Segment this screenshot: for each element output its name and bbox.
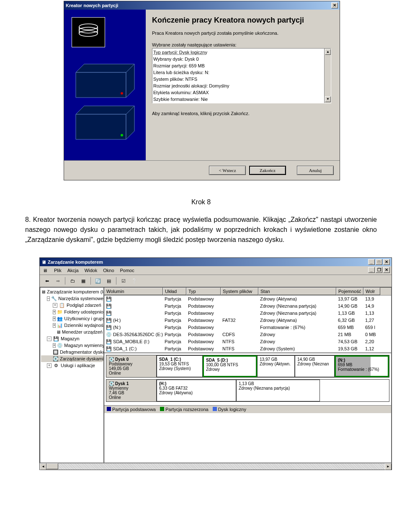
maximize-button[interactable]: □ (376, 259, 382, 265)
close-button[interactable]: ✕ (331, 3, 338, 8)
volume-row[interactable]: 💾 PartycjaPodstawowyZdrowy (Nieznana par… (104, 310, 391, 317)
col-capacity[interactable]: Pojemność (336, 288, 363, 295)
menu-pomoc[interactable]: Pomoc (120, 268, 134, 273)
tree-pane[interactable]: 🖥Zarządzanie komputerem (lokalne)−🔧Narzę… (40, 287, 104, 463)
wizard-footer: < Wstecz Zakończ Anuluj (64, 160, 340, 180)
settings-listbox[interactable]: Typ partycji: Dysk logiczny Wybrany dysk… (152, 48, 331, 103)
tree-item[interactable]: +⚙Usługi i aplikacje (41, 362, 103, 369)
svg-point-3 (121, 92, 123, 95)
tree-item-label: Użytkownicy i grupy lokalne (64, 316, 104, 321)
tree-expand-icon[interactable]: + (53, 310, 56, 314)
forward-icon[interactable]: ➡ (53, 276, 62, 285)
partition-block[interactable]: (N:)659 MBFormatowanie : (67%) (335, 355, 389, 377)
setting-line: Wybrany dysk: Dysk 0 (153, 56, 330, 62)
scroll-right-button[interactable]: ► (385, 463, 392, 470)
col-filesystem[interactable]: System plików (221, 288, 258, 295)
tree-item[interactable]: +👥Użytkownicy i grupy lokalne (41, 315, 103, 322)
settings-scrollbar[interactable]: ▲ ▼ (324, 49, 331, 103)
partition-block[interactable]: (H:)6,33 GB FAT32Zdrowy (Aktywna) (157, 380, 236, 401)
child-close-button[interactable]: ✕ (383, 267, 390, 273)
volume-row[interactable]: 💾 PartycjaPodstawowyZdrowy (Aktywna)13,9… (104, 296, 391, 303)
up-icon[interactable]: 🗀 (68, 276, 77, 285)
scroll-up-button[interactable]: ▲ (325, 49, 331, 55)
back-button[interactable]: < Wstecz (209, 166, 246, 175)
tree-expand-icon[interactable]: + (53, 343, 56, 348)
col-volume[interactable]: Wolumin (104, 288, 163, 295)
close-button[interactable]: ✕ (383, 259, 390, 265)
list-icon[interactable]: ▤ (104, 276, 113, 285)
tree-expand-icon[interactable]: + (53, 303, 57, 308)
tree-item[interactable]: −💾Magazyn (41, 335, 103, 342)
tree-item[interactable]: 🖥Zarządzanie komputerem (lokalne) (41, 288, 103, 295)
volume-icon: 💾 (106, 339, 112, 344)
tree-node-icon: 🔲 (53, 349, 59, 355)
tree-node-icon: 🖥 (56, 329, 61, 335)
disk1-partitions: (H:)6,33 GB FAT32Zdrowy (Aktywna)1,13 GB… (157, 380, 389, 401)
child-minimize-button[interactable]: _ (368, 267, 375, 273)
col-state[interactable]: Stan (258, 288, 336, 295)
mgmt-app-icon: 🖥 (41, 260, 46, 265)
volume-row[interactable]: 💾 SDA_MOBILE (I:)PartycjaPodstawowyNTFSZ… (104, 338, 391, 345)
tree-expand-icon[interactable]: + (47, 363, 52, 368)
tree-node-icon: ⚙ (53, 362, 59, 368)
tree-item[interactable]: −🔧Narzędzia systemowe (41, 295, 103, 302)
partition-block[interactable]: 14,90 GBZdrowy (Nieznan (295, 355, 335, 377)
partition-block[interactable]: 13,97 GBZdrowy (Aktywn. (257, 355, 295, 377)
volume-row[interactable]: 💿 DES-3526&3526DC (E:)PartycjaPodstawowy… (104, 331, 391, 338)
partition-block[interactable]: 1,13 GBZdrowy (Nieznana partycja) (236, 380, 320, 401)
setting-line: Rozmiar partycji: 659 MB (153, 62, 330, 69)
wizard-titlebar: Kreator nowych partycji ✕ (64, 1, 340, 10)
properties-icon[interactable]: ☑ (119, 276, 128, 285)
volume-row[interactable]: 💾 PartycjaPodstawowyZdrowy (Nieznana par… (104, 303, 391, 310)
volume-row[interactable]: 💾 (H:)PartycjaPodstawowyFAT32Zdrowy (Akt… (104, 317, 391, 324)
menu-akcja[interactable]: Akcja (67, 268, 79, 273)
tree-expand-icon[interactable]: + (53, 323, 56, 328)
tree-item[interactable]: 💽Zarządzanie dyskami (41, 355, 103, 362)
horizontal-scrollbar[interactable]: ◄ ► (40, 463, 392, 470)
tree-item-label: Podgląd zdarzeń (67, 303, 101, 308)
tree-item[interactable]: +📋Podgląd zdarzeń (41, 302, 103, 308)
scroll-left-button[interactable]: ◄ (40, 463, 46, 470)
setting-line: Szybkie formatowanie: Nie (153, 96, 330, 103)
disk0-partitions: SDA_1 (C:)19,53 GB NTFSZdrowy (System)SD… (157, 355, 389, 377)
tree-item-label: Foldery udostępnione (64, 309, 104, 314)
tree-node-icon: 📋 (59, 302, 65, 308)
tree-expand-icon[interactable]: − (47, 337, 52, 341)
tree-item[interactable]: +📊Dzienniki wydajności i alerty (41, 322, 103, 329)
partition-block[interactable]: SDA_1 (C:)19,53 GB NTFSZdrowy (System) (157, 355, 203, 377)
menu-okno[interactable]: Okno (103, 268, 114, 273)
menu-widok[interactable]: Widok (85, 268, 98, 273)
col-layout[interactable]: Układ (163, 288, 186, 295)
wizard-window: Kreator nowych partycji ✕ (64, 1, 340, 180)
volume-row[interactable]: 💾 (N:)PartycjaPodstawowyFormatowanie : (… (104, 324, 391, 331)
volume-list[interactable]: 💾 PartycjaPodstawowyZdrowy (Aktywna)13,9… (104, 296, 391, 352)
tree-node-icon: 👥 (57, 316, 63, 321)
disk1-label[interactable]: 💽Dysk 1 Wymienny 7,46 GB Online (106, 380, 157, 401)
setting-line: Etykieta woluminu: ASMAX (153, 89, 330, 96)
minimize-button[interactable]: _ (368, 259, 375, 265)
tree-item[interactable]: 🔲Defragmentator dysków (41, 349, 103, 355)
help-icon[interactable]: ❔ (130, 276, 139, 285)
disk0-label[interactable]: 💽Dysk 0 Podstawowy 149,05 GB Online (106, 355, 157, 377)
tree-item[interactable]: +💿Magazyn wymienny (41, 342, 103, 349)
finish-button[interactable]: Zakończ (249, 166, 286, 175)
scroll-down-button[interactable]: ▼ (325, 96, 331, 102)
tree-expand-icon[interactable]: + (53, 316, 56, 321)
partition-block[interactable]: SDA_5 (D:)100,00 GB NTFSZdrowy (203, 355, 257, 377)
back-icon[interactable]: ⬅ (42, 276, 52, 285)
col-wolr[interactable]: Wolr (363, 288, 380, 295)
tree-expand-icon[interactable]: − (47, 296, 50, 301)
refresh-icon[interactable]: 🔄 (93, 276, 103, 285)
col-type[interactable]: Typ (186, 288, 221, 295)
child-restore-button[interactable]: ❐ (376, 267, 382, 273)
tree-item[interactable]: 🖥Menedżer urządzeń (41, 329, 103, 335)
view-icon[interactable]: ▦ (79, 276, 88, 285)
cancel-button[interactable]: Anuluj (297, 166, 334, 175)
scroll-thumb[interactable] (46, 463, 58, 469)
tree-item[interactable]: +📁Foldery udostępnione (41, 308, 103, 315)
tree-node-icon: 💾 (53, 336, 59, 342)
mgmt-titlebar: 🖥 Zarządzanie komputerem _ □ ✕ (40, 258, 392, 266)
volume-row[interactable]: 💾 SDA_1 (C:)PartycjaPodstawowyNTFSZdrowy… (104, 345, 391, 352)
menu-plik[interactable]: Plik (54, 268, 62, 273)
legend-swatch (160, 407, 164, 411)
